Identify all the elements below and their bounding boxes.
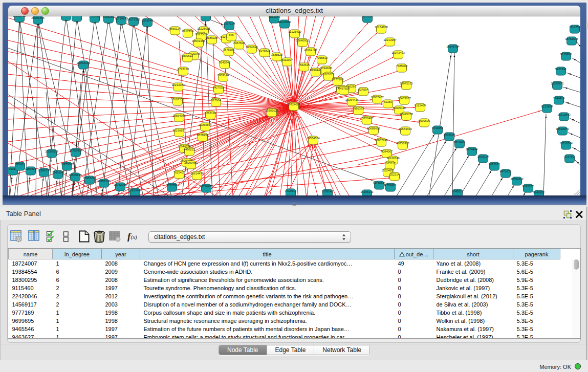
svg-text:8454749: 8454749 [246,46,257,49]
svg-text:15720407: 15720407 [360,117,374,120]
svg-text:12505135: 12505135 [69,173,82,177]
svg-text:16543362: 16543362 [192,39,205,42]
svg-text:9699695: 9699695 [419,119,430,122]
svg-text:15751074: 15751074 [565,37,578,40]
svg-text:7357224: 7357224 [224,22,235,25]
svg-text:16671385: 16671385 [127,18,140,21]
svg-text:824554: 824554 [358,88,368,91]
svg-text:6497508: 6497508 [338,87,350,90]
svg-text:8990448: 8990448 [310,69,321,72]
svg-text:9857791: 9857791 [166,184,178,187]
svg-text:15692971: 15692971 [556,127,569,130]
svg-text:6879197: 6879197 [454,140,465,143]
svg-text:10025438: 10025438 [393,106,406,110]
svg-text:26099489: 26099489 [184,161,198,164]
svg-text:12213383: 12213383 [171,83,185,86]
svg-text:7632621: 7632621 [489,163,500,166]
svg-text:10958107: 10958107 [97,180,111,183]
svg-text:19654923: 19654923 [399,127,412,130]
svg-text:12923446: 12923446 [128,189,142,192]
svg-text:17359924: 17359924 [69,149,82,152]
svg-text:1615112: 1615112 [384,162,396,165]
svg-text:16120746: 16120746 [386,157,400,160]
svg-text:13524851: 13524851 [381,169,395,172]
svg-text:10973493: 10973493 [391,51,405,54]
svg-text:12342737: 12342737 [37,169,51,172]
svg-text:9245011: 9245011 [452,190,463,193]
svg-text:7625402: 7625402 [173,171,185,174]
svg-text:9129966: 9129966 [560,53,572,56]
svg-text:1145194: 1145194 [52,171,64,174]
svg-text:2803144: 2803144 [217,74,229,77]
svg-text:25302023: 25302023 [265,109,278,112]
svg-text:252214: 252214 [389,173,400,176]
svg-text:19218506: 19218506 [278,20,291,24]
svg-text:18724007: 18724007 [287,103,300,106]
svg-text:116753: 116753 [565,155,575,158]
svg-text:7515546: 7515546 [142,19,153,22]
svg-text:9474444: 9474444 [466,148,478,151]
svg-text:20091406: 20091406 [31,16,45,19]
svg-text:8267130: 8267130 [205,112,216,115]
svg-text:9245652: 9245652 [533,191,545,194]
svg-text:13975125: 13975125 [400,82,413,85]
svg-text:9245652: 9245652 [522,185,534,188]
svg-text:16648784: 16648784 [446,45,460,48]
svg-text:1244419: 1244419 [553,97,564,100]
svg-text:20756928: 20756928 [396,142,409,145]
svg-text:16210643: 16210643 [557,113,571,116]
svg-text:10975867: 10975867 [60,163,74,166]
svg-text:1112753: 1112753 [569,26,580,29]
svg-text:18463627: 18463627 [398,97,411,100]
svg-text:20206578: 20206578 [45,150,58,153]
svg-text:11353594: 11353594 [199,123,212,126]
svg-text:11325419: 11325419 [288,30,301,33]
svg-text:9890612: 9890612 [182,54,193,57]
svg-text:7485003: 7485003 [396,64,407,68]
svg-text:16640910: 16640910 [296,39,309,42]
svg-text:9084067: 9084067 [381,150,393,153]
svg-text:1562615: 1562615 [298,63,310,67]
svg-text:9115460: 9115460 [415,104,426,107]
svg-text:62160: 62160 [384,100,392,103]
svg-text:6794028: 6794028 [320,67,332,70]
svg-text:817004: 817004 [211,99,221,102]
svg-text:13716485: 13716485 [200,185,213,188]
svg-text:1440951: 1440951 [432,126,443,129]
svg-text:9136141: 9136141 [322,190,333,193]
svg-text:15226058: 15226058 [197,27,210,30]
svg-text:16782759: 16782759 [114,183,127,186]
svg-text:17010504: 17010504 [559,142,573,145]
svg-text:16961758: 16961758 [304,48,317,51]
svg-text:7955812: 7955812 [316,56,328,59]
svg-text:9227341: 9227341 [555,68,567,71]
svg-text:8186328: 8186328 [206,36,217,39]
svg-text:28495758: 28495758 [400,113,413,116]
svg-text:20953346: 20953346 [77,61,90,64]
svg-text:8912954: 8912954 [182,30,194,33]
svg-text:16154808: 16154808 [375,26,388,29]
svg-text:8660124: 8660124 [169,27,181,30]
svg-text:8578334: 8578334 [197,134,209,137]
svg-text:12093871: 12093871 [551,82,564,85]
svg-text:16107552: 16107552 [171,98,184,101]
svg-text:9242845: 9242845 [219,61,230,64]
svg-text:14136141: 14136141 [373,182,386,185]
svg-text:7986372: 7986372 [353,107,364,110]
svg-text:19384554: 19384554 [307,137,320,140]
svg-text:18807249: 18807249 [375,139,388,142]
svg-text:3875685: 3875685 [223,48,234,51]
svg-text:19654985: 19654985 [172,114,186,117]
svg-text:2935114: 2935114 [477,155,489,158]
svg-text:1621072: 1621072 [323,73,334,76]
svg-text:10719185: 10719185 [115,17,128,20]
svg-text:1156829: 1156829 [25,167,36,170]
svg-text:10688609: 10688609 [367,127,380,130]
svg-text:1419614: 1419614 [285,189,297,192]
svg-text:9777169: 9777169 [332,78,343,81]
svg-text:8215958: 8215958 [541,105,553,108]
svg-text:20364436: 20364436 [345,98,359,101]
svg-text:4498222: 4498222 [184,148,195,151]
svg-text:9146821: 9146821 [259,49,270,52]
svg-text:6322037: 6322037 [281,58,293,61]
